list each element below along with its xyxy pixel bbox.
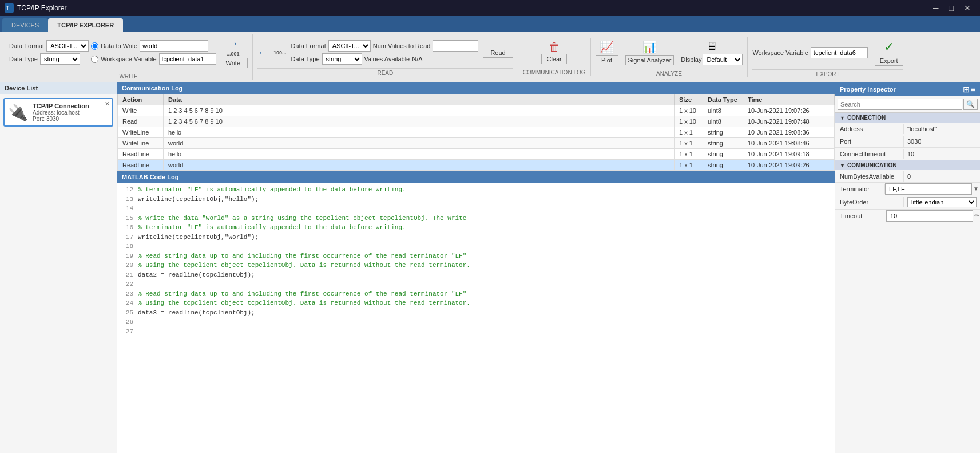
device-card-0[interactable]: 🔌 TCP/IP Connection Address: localhost P… (3, 98, 113, 127)
export-btn-group: ✓ Export (875, 40, 903, 66)
data-to-write-radio[interactable] (91, 42, 98, 50)
export-section-label: EXPORT (752, 69, 903, 77)
section-name: COMMUNICATION (847, 162, 896, 168)
code-line: 14 (122, 204, 830, 214)
property-sections: ▼ CONNECTIONAddress"localhost"Port3030Co… (835, 113, 980, 222)
prop-value-input[interactable] (885, 183, 972, 195)
export-ws-row: Workspace Variable (752, 47, 867, 58)
toolbar: Data Format ASCII-T... Data Type string … (0, 32, 980, 82)
comm-table-body: Write 1 2 3 4 5 6 7 8 9 10 1 x 10 uint8 … (118, 105, 835, 171)
write-data-format-select[interactable]: ASCII-T... (46, 40, 89, 52)
toolbar-read-section: ← 100... Data Format ASCII-T... Num Valu… (253, 38, 518, 76)
prop-row: NumBytesAvailable0 (835, 170, 980, 183)
write-format-group: Data Format ASCII-T... Data Type string (9, 40, 89, 65)
line-code: % terminator "LF" is automatically appen… (138, 185, 406, 195)
tab-devices[interactable]: DEVICES (2, 18, 48, 32)
prop-section-header[interactable]: ▼ COMMUNICATION (835, 160, 980, 170)
signal-analyzer-button[interactable]: Signal Analyzer (625, 55, 675, 65)
table-row[interactable]: ReadLine hello 1 x 1 string 10-Jun-2021 … (118, 149, 835, 160)
data-to-write-input[interactable] (140, 40, 208, 52)
maximize-button[interactable]: □ (945, 2, 958, 14)
col-data: Data (164, 94, 675, 105)
prop-row: Address"localhost" (835, 123, 980, 135)
write-content: Data Format ASCII-T... Data Type string … (9, 34, 248, 70)
prop-row: Timeout✏ (835, 210, 980, 222)
table-row[interactable]: ReadLine world 1 x 1 string 10-Jun-2021 … (118, 160, 835, 171)
cell-data: 1 2 3 4 5 6 7 8 9 10 (164, 105, 675, 116)
prop-edit-btn[interactable]: ✏ (973, 211, 980, 220)
center-panel: Communication Log Action Data Size Data … (117, 82, 835, 453)
num-values-input[interactable] (433, 40, 478, 52)
cell-time: 10-Jun-2021 19:07:26 (743, 105, 835, 116)
write-data-type-select[interactable]: string (40, 53, 80, 65)
workspace-variable-row: Workspace Variable (91, 53, 216, 65)
table-row[interactable]: WriteLine world 1 x 1 string 10-Jun-2021… (118, 138, 835, 149)
code-line: 15% Write the data "world" as a string u… (122, 214, 830, 223)
write-section-label: WRITE (9, 72, 248, 80)
cell-time: 10-Jun-2021 19:09:26 (743, 160, 835, 171)
code-line: 23% Read string data up to and including… (122, 289, 830, 299)
clear-button[interactable]: Clear (541, 54, 566, 64)
panel-grid-icon-btn[interactable]: ⊞ (963, 85, 970, 94)
code-line: 18 (122, 242, 830, 251)
read-data-format-select[interactable]: ASCII-T... (328, 40, 371, 52)
device-card-close-button[interactable]: ✕ (105, 100, 110, 108)
read-data-type-select[interactable]: string (322, 53, 362, 65)
panel-list-icon-btn[interactable]: ≡ (971, 85, 975, 94)
data-to-write-row: Data to Write (91, 40, 216, 52)
write-button[interactable]: Write (219, 58, 248, 68)
code-line: 20% using the tcpclient object tcpclient… (122, 261, 830, 270)
prop-name: ConnectTimeout (835, 149, 904, 159)
read-button[interactable]: Read (483, 48, 513, 58)
prop-section-header[interactable]: ▼ CONNECTION (835, 113, 980, 123)
workspace-variable-radio[interactable] (91, 56, 98, 63)
line-code: % terminator "LF" is automatically appen… (138, 223, 406, 233)
line-code: writeline(tcpclientObj,"world"); (138, 233, 259, 242)
prop-name: Port (835, 136, 904, 147)
table-row[interactable]: WriteLine hello 1 x 1 string 10-Jun-2021… (118, 127, 835, 138)
workspace-variable-input[interactable] (159, 53, 216, 65)
device-card-icon: 🔌 (8, 103, 28, 122)
device-card-address: Address: localhost (33, 109, 109, 116)
prop-value: 10 (904, 149, 980, 159)
close-button[interactable]: ✕ (959, 2, 975, 14)
cell-action: Read (118, 116, 164, 127)
tab-tcpip-explorer[interactable]: TCP/IP EXPLORER (48, 18, 123, 32)
prop-name: Address (835, 124, 904, 134)
expand-icon: ▼ (840, 163, 845, 168)
plot-button[interactable]: Plot (596, 55, 618, 65)
line-code: % using the tcpclient object tcpclientOb… (138, 261, 470, 270)
code-log-header: MATLAB Code Log (117, 171, 835, 183)
search-button[interactable]: 🔍 (963, 99, 978, 110)
display-select[interactable]: Default (703, 54, 743, 65)
prop-expand-btn[interactable]: ▼ (972, 184, 980, 193)
prop-value: ✏ (886, 210, 980, 222)
data-format-label: Data Format (9, 42, 44, 49)
minimize-button[interactable]: ─ (929, 2, 943, 14)
prop-select[interactable]: little-endianbig-endian (907, 197, 977, 207)
cell-action: Write (118, 105, 164, 116)
toolbar-write-section: Data Format ASCII-T... Data Type string … (5, 34, 253, 80)
cell-size: 1 x 10 (675, 105, 703, 116)
line-number: 27 (122, 327, 133, 337)
cell-data: hello (164, 149, 675, 160)
section-name: CONNECTION (847, 115, 886, 121)
line-code: % using the tcpclient object tcpclientOb… (138, 298, 470, 308)
cell-action: ReadLine (118, 160, 164, 171)
line-number: 20 (122, 261, 133, 270)
cell-action: WriteLine (118, 127, 164, 138)
prop-value-input[interactable] (886, 210, 973, 222)
table-row[interactable]: Read 1 2 3 4 5 6 7 8 9 10 1 x 10 uint8 1… (118, 116, 835, 127)
search-input[interactable] (838, 99, 962, 110)
export-ws-input[interactable] (811, 47, 868, 58)
table-row[interactable]: Write 1 2 3 4 5 6 7 8 9 10 1 x 10 uint8 … (118, 105, 835, 116)
line-code: data3 = readline(tcpclientObj); (138, 308, 255, 318)
cell-time: 10-Jun-2021 19:09:18 (743, 149, 835, 160)
prop-value: 0 (904, 171, 980, 182)
line-code: % Read string data up to and including t… (138, 251, 466, 261)
code-content[interactable]: 12% terminator "LF" is automatically app… (117, 183, 835, 453)
line-number: 19 (122, 251, 133, 261)
col-action: Action (118, 94, 164, 105)
prop-row: ByteOrderlittle-endianbig-endian (835, 195, 980, 210)
export-button[interactable]: Export (875, 56, 903, 66)
